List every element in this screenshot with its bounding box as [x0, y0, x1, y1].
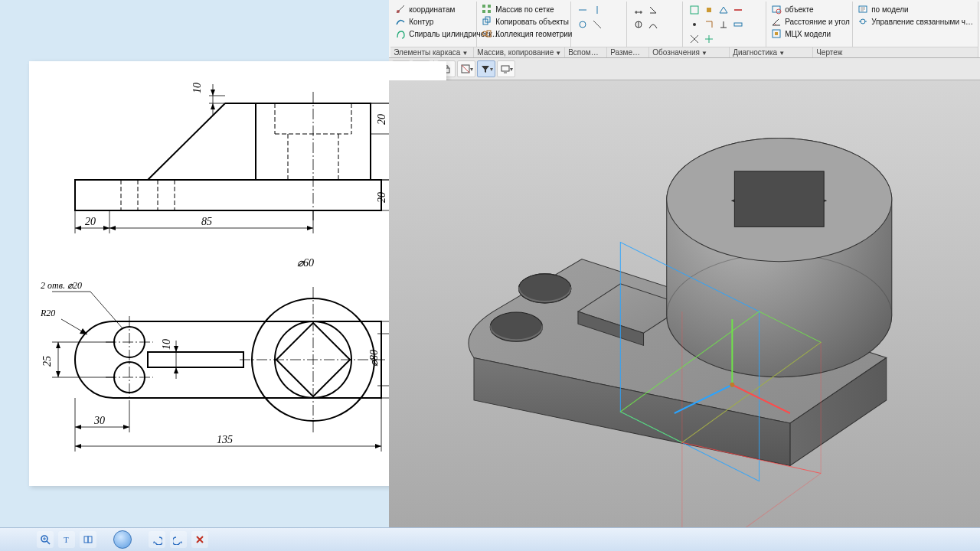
- dim-85: 85: [201, 216, 212, 227]
- svg-marker-58: [56, 342, 60, 348]
- mark-icon-5[interactable]: [688, 18, 701, 31]
- object-icon: [771, 4, 782, 15]
- svg-rect-87: [482, 10, 485, 13]
- cmd-collection[interactable]: Коллекция геометрии: [482, 28, 566, 40]
- ribbon-tab-drawing[interactable]: Чертеж: [813, 47, 978, 57]
- aux-icon-3[interactable]: [576, 18, 590, 31]
- ribbon-tab-diag[interactable]: Диагностика▼: [730, 47, 813, 57]
- ribbon-group-marks: [683, 2, 766, 47]
- ribbon-group-dims: [627, 2, 683, 47]
- svg-marker-64: [174, 367, 178, 373]
- svg-marker-34: [75, 226, 81, 230]
- svg-point-96: [693, 23, 696, 26]
- ribbon: координатам Контур Спираль цилиндрическ……: [389, 0, 980, 58]
- dim-20c: 20: [85, 216, 96, 227]
- ribbon-tab-array[interactable]: Массив, копирование▼: [474, 47, 565, 57]
- cmd-contour[interactable]: Контур: [395, 15, 472, 28]
- svg-marker-14: [211, 90, 215, 96]
- cad-app-pane: координатам Контур Спираль цилиндрическ……: [389, 0, 980, 527]
- dim-icon-3[interactable]: [632, 18, 645, 31]
- tb-windows[interactable]: [80, 531, 96, 548]
- mark-icon-6[interactable]: [702, 18, 716, 31]
- cmd-distance-angle[interactable]: Расстояние и угол: [771, 15, 848, 28]
- svg-point-127: [730, 383, 735, 387]
- tb-zoom-in[interactable]: [37, 531, 54, 548]
- technical-drawing: .th{stroke:#000;stroke-width:2;fill:none…: [29, 61, 446, 486]
- ribbon-group-aux: [571, 2, 627, 47]
- grid-array-icon: [482, 4, 492, 15]
- cmd-on-object[interactable]: объекте: [771, 3, 848, 15]
- mark-icon-4[interactable]: [731, 3, 745, 17]
- cmd-copy-objects[interactable]: Копировать объекты: [482, 15, 566, 28]
- quick-toolbar: ▾ ▾ ▾ ▾ ▾: [389, 58, 980, 80]
- svg-marker-59: [56, 371, 60, 377]
- from-model-icon: [858, 4, 868, 15]
- svg-marker-54: [80, 328, 87, 334]
- svg-marker-35: [103, 226, 109, 230]
- mark-icon-9[interactable]: [688, 32, 701, 46]
- ribbon-tab-dims[interactable]: Разме…: [607, 47, 649, 57]
- cmd-mcx[interactable]: МЦХ модели: [771, 28, 848, 40]
- mark-icon-2[interactable]: [702, 3, 716, 17]
- contour-icon: [395, 16, 406, 27]
- dim-30: 30: [93, 415, 105, 426]
- svg-rect-120: [735, 171, 825, 227]
- aux-icon-4[interactable]: [590, 18, 604, 31]
- svg-rect-88: [488, 10, 491, 13]
- cmd-spiral[interactable]: Спираль цилиндрическ…: [395, 28, 472, 40]
- svg-marker-39: [307, 226, 313, 230]
- distance-angle-icon: [771, 16, 782, 27]
- mark-icon-10[interactable]: [702, 32, 716, 46]
- svg-rect-97: [734, 23, 742, 26]
- dim-d80: ⌀80: [368, 350, 380, 367]
- svg-text:T: T: [64, 535, 69, 544]
- cmd-by-model[interactable]: по модели: [858, 3, 973, 15]
- dim-icon-4[interactable]: [646, 18, 660, 31]
- model-viewport[interactable]: [389, 80, 980, 527]
- svg-point-132: [119, 536, 126, 543]
- tb-text[interactable]: T: [58, 531, 75, 548]
- mark-icon-7[interactable]: [717, 18, 730, 31]
- ribbon-group-labels: Элементы каркаса▼ Массив, копирование▼ В…: [390, 47, 978, 57]
- svg-point-93: [580, 21, 586, 28]
- dim-icon-1[interactable]: [632, 3, 645, 17]
- copy-objects-icon: [482, 16, 492, 27]
- ribbon-group-frame: координатам Контур Спираль цилиндрическ…: [390, 2, 477, 47]
- os-taskbar: T: [0, 527, 980, 551]
- tb-app[interactable]: [113, 530, 132, 549]
- svg-rect-92: [487, 31, 491, 37]
- ribbon-tab-marks[interactable]: Обозначения▼: [649, 47, 730, 57]
- tb-close[interactable]: [191, 531, 208, 548]
- svg-marker-79: [75, 425, 81, 429]
- svg-rect-86: [488, 5, 491, 8]
- svg-marker-63: [174, 346, 178, 352]
- qb-section-view[interactable]: ▾: [457, 60, 475, 77]
- mark-icon-8[interactable]: [731, 18, 745, 31]
- dim-20b: 20: [376, 192, 387, 203]
- ribbon-tab-frame[interactable]: Элементы каркаса▼: [390, 47, 474, 57]
- mcx-icon: [771, 28, 782, 39]
- cmd-manage-links[interactable]: Управление связанными ч…: [858, 15, 973, 28]
- svg-rect-85: [482, 5, 485, 8]
- mark-icon-3[interactable]: [717, 3, 730, 17]
- manage-links-icon: [858, 16, 868, 27]
- cmd-grid-array[interactable]: Массив по сетке: [482, 3, 566, 15]
- qb-display-mode[interactable]: ▾: [497, 60, 515, 77]
- ribbon-group-drawing: по модели Управление связанными ч…: [853, 2, 978, 47]
- qb-filter[interactable]: ▾: [477, 60, 495, 77]
- svg-rect-95: [691, 6, 698, 14]
- ribbon-group-diag: объекте Расстояние и угол МЦХ модели: [766, 2, 853, 47]
- ribbon-tab-aux[interactable]: Вспом…: [565, 47, 607, 57]
- dim-icon-2[interactable]: [646, 3, 660, 17]
- aux-icon-2[interactable]: [590, 3, 604, 17]
- tb-redo[interactable]: [170, 531, 187, 548]
- aux-icon-1[interactable]: [576, 3, 590, 17]
- cmd-coordinates[interactable]: координатам: [395, 3, 472, 15]
- svg-point-91: [482, 31, 487, 36]
- tb-undo[interactable]: [149, 531, 165, 548]
- note-holes: 2 отв. ⌀20: [41, 280, 82, 291]
- svg-rect-131: [88, 536, 92, 543]
- drawing-pane: .th{stroke:#000;stroke-width:2;fill:none…: [0, 0, 389, 527]
- spiral-icon: [395, 28, 406, 39]
- mark-icon-1[interactable]: [688, 3, 701, 17]
